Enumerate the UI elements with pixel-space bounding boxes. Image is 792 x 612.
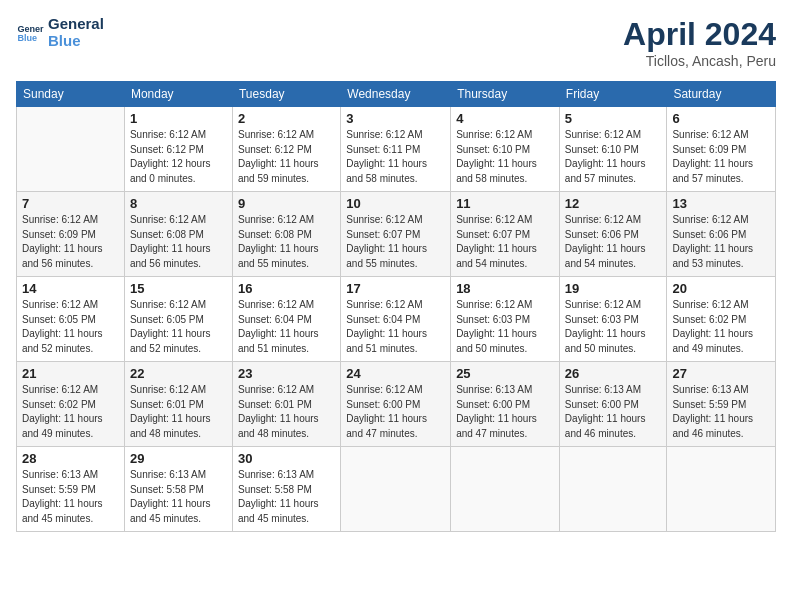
calendar-day-cell: 3Sunrise: 6:12 AM Sunset: 6:11 PM Daylig…: [341, 107, 451, 192]
day-number: 4: [456, 111, 554, 126]
weekday-header-friday: Friday: [559, 82, 667, 107]
calendar-day-cell: 30Sunrise: 6:13 AM Sunset: 5:58 PM Dayli…: [232, 447, 340, 532]
calendar-day-cell: 10Sunrise: 6:12 AM Sunset: 6:07 PM Dayli…: [341, 192, 451, 277]
day-number: 8: [130, 196, 227, 211]
calendar-day-cell: 22Sunrise: 6:12 AM Sunset: 6:01 PM Dayli…: [124, 362, 232, 447]
day-number: 16: [238, 281, 335, 296]
calendar-day-cell: 24Sunrise: 6:12 AM Sunset: 6:00 PM Dayli…: [341, 362, 451, 447]
day-info: Sunrise: 6:12 AM Sunset: 6:12 PM Dayligh…: [130, 128, 227, 186]
logo: General Blue General Blue: [16, 16, 104, 49]
empty-cell: [667, 447, 776, 532]
day-number: 17: [346, 281, 445, 296]
page-header: General Blue General Blue April 2024 Tic…: [16, 16, 776, 69]
day-info: Sunrise: 6:12 AM Sunset: 6:06 PM Dayligh…: [565, 213, 662, 271]
weekday-header-thursday: Thursday: [451, 82, 560, 107]
title-block: April 2024 Ticllos, Ancash, Peru: [623, 16, 776, 69]
day-number: 6: [672, 111, 770, 126]
day-info: Sunrise: 6:12 AM Sunset: 6:04 PM Dayligh…: [346, 298, 445, 356]
day-info: Sunrise: 6:13 AM Sunset: 5:58 PM Dayligh…: [130, 468, 227, 526]
day-info: Sunrise: 6:12 AM Sunset: 6:07 PM Dayligh…: [346, 213, 445, 271]
day-info: Sunrise: 6:12 AM Sunset: 6:02 PM Dayligh…: [22, 383, 119, 441]
day-number: 2: [238, 111, 335, 126]
calendar-day-cell: 1Sunrise: 6:12 AM Sunset: 6:12 PM Daylig…: [124, 107, 232, 192]
svg-text:General: General: [17, 23, 44, 33]
calendar-day-cell: 28Sunrise: 6:13 AM Sunset: 5:59 PM Dayli…: [17, 447, 125, 532]
calendar-day-cell: 21Sunrise: 6:12 AM Sunset: 6:02 PM Dayli…: [17, 362, 125, 447]
weekday-header-sunday: Sunday: [17, 82, 125, 107]
calendar-day-cell: 29Sunrise: 6:13 AM Sunset: 5:58 PM Dayli…: [124, 447, 232, 532]
day-number: 26: [565, 366, 662, 381]
calendar-day-cell: 9Sunrise: 6:12 AM Sunset: 6:08 PM Daylig…: [232, 192, 340, 277]
calendar-day-cell: 18Sunrise: 6:12 AM Sunset: 6:03 PM Dayli…: [451, 277, 560, 362]
day-number: 5: [565, 111, 662, 126]
calendar-day-cell: 8Sunrise: 6:12 AM Sunset: 6:08 PM Daylig…: [124, 192, 232, 277]
day-number: 3: [346, 111, 445, 126]
day-info: Sunrise: 6:12 AM Sunset: 6:07 PM Dayligh…: [456, 213, 554, 271]
day-info: Sunrise: 6:12 AM Sunset: 6:01 PM Dayligh…: [130, 383, 227, 441]
calendar-day-cell: 17Sunrise: 6:12 AM Sunset: 6:04 PM Dayli…: [341, 277, 451, 362]
calendar-day-cell: 13Sunrise: 6:12 AM Sunset: 6:06 PM Dayli…: [667, 192, 776, 277]
day-info: Sunrise: 6:13 AM Sunset: 6:00 PM Dayligh…: [456, 383, 554, 441]
day-info: Sunrise: 6:12 AM Sunset: 6:03 PM Dayligh…: [456, 298, 554, 356]
day-info: Sunrise: 6:12 AM Sunset: 6:05 PM Dayligh…: [22, 298, 119, 356]
day-info: Sunrise: 6:12 AM Sunset: 6:05 PM Dayligh…: [130, 298, 227, 356]
calendar-day-cell: 2Sunrise: 6:12 AM Sunset: 6:12 PM Daylig…: [232, 107, 340, 192]
day-info: Sunrise: 6:12 AM Sunset: 6:00 PM Dayligh…: [346, 383, 445, 441]
calendar-day-cell: 20Sunrise: 6:12 AM Sunset: 6:02 PM Dayli…: [667, 277, 776, 362]
weekday-header-tuesday: Tuesday: [232, 82, 340, 107]
day-number: 12: [565, 196, 662, 211]
day-number: 1: [130, 111, 227, 126]
day-number: 21: [22, 366, 119, 381]
calendar-day-cell: 5Sunrise: 6:12 AM Sunset: 6:10 PM Daylig…: [559, 107, 667, 192]
day-number: 24: [346, 366, 445, 381]
weekday-header-row: SundayMondayTuesdayWednesdayThursdayFrid…: [17, 82, 776, 107]
calendar-day-cell: 11Sunrise: 6:12 AM Sunset: 6:07 PM Dayli…: [451, 192, 560, 277]
calendar-day-cell: 14Sunrise: 6:12 AM Sunset: 6:05 PM Dayli…: [17, 277, 125, 362]
calendar-day-cell: 7Sunrise: 6:12 AM Sunset: 6:09 PM Daylig…: [17, 192, 125, 277]
day-number: 20: [672, 281, 770, 296]
day-number: 11: [456, 196, 554, 211]
day-number: 25: [456, 366, 554, 381]
day-number: 28: [22, 451, 119, 466]
day-number: 10: [346, 196, 445, 211]
day-info: Sunrise: 6:13 AM Sunset: 5:58 PM Dayligh…: [238, 468, 335, 526]
month-year-title: April 2024: [623, 16, 776, 53]
day-number: 22: [130, 366, 227, 381]
day-number: 30: [238, 451, 335, 466]
day-info: Sunrise: 6:12 AM Sunset: 6:10 PM Dayligh…: [565, 128, 662, 186]
day-info: Sunrise: 6:13 AM Sunset: 5:59 PM Dayligh…: [22, 468, 119, 526]
calendar-day-cell: 4Sunrise: 6:12 AM Sunset: 6:10 PM Daylig…: [451, 107, 560, 192]
day-number: 19: [565, 281, 662, 296]
calendar-week-row: 28Sunrise: 6:13 AM Sunset: 5:59 PM Dayli…: [17, 447, 776, 532]
day-number: 15: [130, 281, 227, 296]
calendar-day-cell: 26Sunrise: 6:13 AM Sunset: 6:00 PM Dayli…: [559, 362, 667, 447]
calendar-day-cell: 25Sunrise: 6:13 AM Sunset: 6:00 PM Dayli…: [451, 362, 560, 447]
logo-icon: General Blue: [16, 19, 44, 47]
day-info: Sunrise: 6:12 AM Sunset: 6:11 PM Dayligh…: [346, 128, 445, 186]
empty-cell: [17, 107, 125, 192]
day-number: 13: [672, 196, 770, 211]
day-info: Sunrise: 6:13 AM Sunset: 5:59 PM Dayligh…: [672, 383, 770, 441]
calendar-week-row: 1Sunrise: 6:12 AM Sunset: 6:12 PM Daylig…: [17, 107, 776, 192]
empty-cell: [341, 447, 451, 532]
day-info: Sunrise: 6:12 AM Sunset: 6:06 PM Dayligh…: [672, 213, 770, 271]
calendar-day-cell: 19Sunrise: 6:12 AM Sunset: 6:03 PM Dayli…: [559, 277, 667, 362]
day-number: 23: [238, 366, 335, 381]
calendar-week-row: 14Sunrise: 6:12 AM Sunset: 6:05 PM Dayli…: [17, 277, 776, 362]
day-info: Sunrise: 6:12 AM Sunset: 6:03 PM Dayligh…: [565, 298, 662, 356]
weekday-header-wednesday: Wednesday: [341, 82, 451, 107]
day-info: Sunrise: 6:12 AM Sunset: 6:08 PM Dayligh…: [130, 213, 227, 271]
day-number: 7: [22, 196, 119, 211]
day-number: 18: [456, 281, 554, 296]
day-info: Sunrise: 6:12 AM Sunset: 6:10 PM Dayligh…: [456, 128, 554, 186]
day-info: Sunrise: 6:12 AM Sunset: 6:09 PM Dayligh…: [672, 128, 770, 186]
location-subtitle: Ticllos, Ancash, Peru: [623, 53, 776, 69]
empty-cell: [559, 447, 667, 532]
logo-text: General Blue: [48, 16, 104, 49]
calendar-day-cell: 15Sunrise: 6:12 AM Sunset: 6:05 PM Dayli…: [124, 277, 232, 362]
day-info: Sunrise: 6:12 AM Sunset: 6:02 PM Dayligh…: [672, 298, 770, 356]
day-number: 29: [130, 451, 227, 466]
calendar-week-row: 21Sunrise: 6:12 AM Sunset: 6:02 PM Dayli…: [17, 362, 776, 447]
calendar-day-cell: 23Sunrise: 6:12 AM Sunset: 6:01 PM Dayli…: [232, 362, 340, 447]
day-number: 9: [238, 196, 335, 211]
